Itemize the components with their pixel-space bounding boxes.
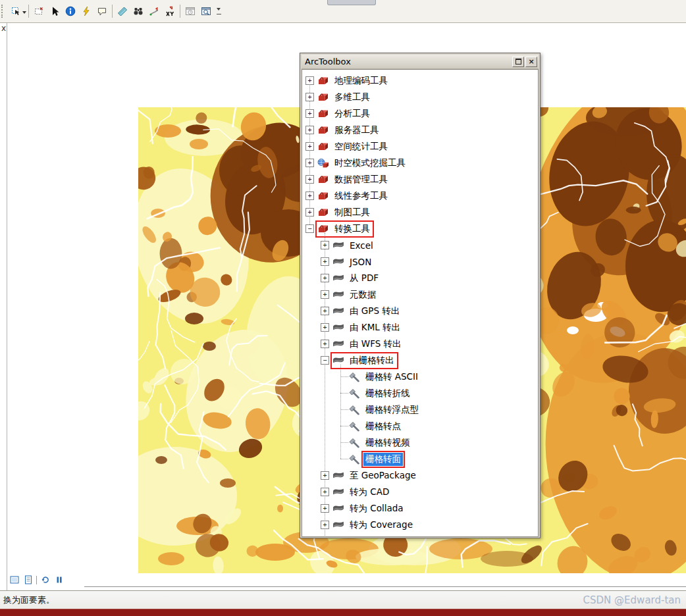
restore-icon bbox=[515, 59, 521, 64]
tree-item[interactable]: −由栅格转出 bbox=[302, 352, 538, 369]
expand-box-icon[interactable]: + bbox=[305, 93, 314, 101]
tree-item[interactable]: +地理编码工具 bbox=[302, 72, 538, 89]
expand-box-icon[interactable]: + bbox=[321, 241, 329, 249]
select-features-dropdown-arrow[interactable] bbox=[22, 11, 26, 16]
tree-item[interactable]: 栅格转点 bbox=[302, 418, 538, 434]
tree-item-label: 由 KML 转出 bbox=[348, 321, 402, 334]
find-route-button[interactable] bbox=[146, 3, 162, 19]
tree-item[interactable]: +Excel bbox=[302, 237, 538, 253]
tree-item[interactable]: +由 KML 转出 bbox=[302, 319, 538, 336]
toolbox-tree: +地理编码工具+多维工具+分析工具+服务器工具+空间统计工具+时空模式挖掘工具+… bbox=[302, 69, 539, 537]
expand-box-icon[interactable]: + bbox=[321, 274, 329, 282]
tree-item[interactable]: +转为 Collada bbox=[302, 500, 538, 517]
tree-item[interactable]: 栅格转面 bbox=[302, 451, 538, 467]
toolset-icon bbox=[332, 503, 344, 514]
go-to-xy-button[interactable] bbox=[162, 3, 178, 19]
tree-item[interactable]: +分析工具 bbox=[302, 105, 538, 122]
tree-item[interactable]: +服务器工具 bbox=[302, 122, 538, 138]
tree-item[interactable]: +线性参考工具 bbox=[302, 188, 538, 204]
toolbox-icon bbox=[317, 76, 329, 86]
select-features-button[interactable] bbox=[8, 3, 24, 19]
restore-button[interactable] bbox=[512, 57, 524, 67]
hyperlink-button[interactable] bbox=[78, 3, 94, 19]
tree-item[interactable]: +转为 dBASE bbox=[302, 533, 538, 537]
tree-item-label: 时空模式挖掘工具 bbox=[332, 157, 408, 170]
toolbox-icon bbox=[317, 174, 329, 185]
tree-item[interactable]: 栅格转浮点型 bbox=[302, 401, 538, 418]
tree-item[interactable]: 栅格转视频 bbox=[302, 434, 538, 451]
hammer-icon bbox=[348, 388, 360, 399]
expand-box-icon[interactable]: + bbox=[305, 109, 314, 118]
expand-box-icon[interactable]: + bbox=[321, 290, 329, 299]
select-elements-arrow-icon bbox=[49, 6, 60, 16]
tree-item[interactable]: +制图工具 bbox=[302, 204, 538, 220]
toolset-icon bbox=[332, 355, 344, 366]
select-elements-button[interactable] bbox=[47, 3, 63, 19]
tree-item[interactable]: 栅格转 ASCII bbox=[302, 369, 538, 385]
toolbox-icon bbox=[317, 207, 329, 218]
viewer-window-button[interactable] bbox=[198, 3, 214, 19]
tree-item[interactable]: +时空模式挖掘工具 bbox=[302, 155, 538, 171]
tree-item[interactable]: +数据管理工具 bbox=[302, 171, 538, 188]
expand-box-icon[interactable]: + bbox=[305, 126, 314, 134]
expand-box-icon[interactable]: + bbox=[305, 175, 314, 184]
expand-box-icon[interactable]: + bbox=[321, 257, 329, 266]
measure-button[interactable] bbox=[115, 3, 130, 19]
expand-box-icon[interactable]: + bbox=[305, 159, 314, 167]
tree-item-label: 转换工具 bbox=[332, 222, 372, 236]
refresh-button[interactable] bbox=[40, 575, 51, 585]
binoculars-icon bbox=[133, 6, 144, 16]
tree-item[interactable]: +转为 Coverage bbox=[302, 517, 538, 533]
toolset-icon bbox=[332, 290, 344, 300]
expand-box-icon[interactable]: + bbox=[321, 504, 329, 513]
expand-box-icon[interactable]: + bbox=[321, 307, 329, 315]
tree-item[interactable]: +多维工具 bbox=[302, 89, 538, 105]
pause-drawing-button[interactable] bbox=[53, 575, 65, 585]
toolbar-grip[interactable] bbox=[1, 5, 5, 18]
ruler-icon bbox=[117, 6, 128, 16]
html-popup-button[interactable] bbox=[94, 3, 110, 19]
tree-item[interactable]: +JSON bbox=[302, 253, 538, 270]
identify-button[interactable] bbox=[63, 3, 78, 19]
toolbox-icon bbox=[317, 224, 329, 234]
data-view-button[interactable] bbox=[9, 575, 20, 585]
tree-item[interactable]: +由 GPS 转出 bbox=[302, 303, 538, 319]
expand-box-icon[interactable]: + bbox=[321, 488, 329, 496]
time-slider-window-icon bbox=[185, 6, 196, 16]
expand-box-icon[interactable]: + bbox=[305, 192, 314, 200]
tree-item[interactable]: −转换工具 bbox=[302, 220, 538, 237]
lightning-icon bbox=[81, 6, 92, 16]
expand-box-icon[interactable]: + bbox=[305, 142, 314, 151]
panel-close-icon[interactable]: x bbox=[1, 24, 6, 33]
toolbar-options-button[interactable] bbox=[214, 8, 223, 15]
tree-item[interactable]: +元数据 bbox=[302, 286, 538, 303]
expand-box-icon[interactable]: + bbox=[305, 76, 314, 85]
expand-box-icon[interactable]: + bbox=[321, 471, 329, 480]
expand-box-icon[interactable]: + bbox=[321, 340, 329, 348]
tree-item[interactable]: +转为 CAD bbox=[302, 484, 538, 500]
tree-connector bbox=[340, 442, 348, 444]
tree-item[interactable]: +至 GeoPackage bbox=[302, 467, 538, 484]
expand-box-icon[interactable]: + bbox=[305, 208, 314, 217]
toolset-icon bbox=[332, 520, 344, 530]
expand-box-icon[interactable]: + bbox=[321, 323, 329, 332]
horizontal-scrollbar[interactable] bbox=[84, 586, 686, 587]
collapse-box-icon[interactable]: − bbox=[321, 356, 329, 365]
tree-item[interactable]: +由 WFS 转出 bbox=[302, 336, 538, 352]
close-button[interactable]: × bbox=[525, 57, 537, 67]
tree-item[interactable]: +从 PDF bbox=[302, 270, 538, 286]
layout-view-button[interactable] bbox=[22, 575, 34, 585]
collapse-box-icon[interactable]: − bbox=[305, 224, 314, 233]
time-slider-button[interactable] bbox=[182, 3, 198, 19]
expand-box-icon[interactable]: + bbox=[321, 521, 329, 529]
clear-selected-features-button[interactable] bbox=[31, 3, 47, 19]
tree-connector bbox=[340, 376, 348, 378]
tree-item[interactable]: 栅格转折线 bbox=[302, 385, 538, 401]
tree-item-label: 栅格转折线 bbox=[363, 387, 412, 400]
toolset-icon bbox=[332, 536, 344, 538]
tree-item[interactable]: +空间统计工具 bbox=[302, 138, 538, 155]
arctoolbox-titlebar[interactable]: ArcToolbox × bbox=[302, 55, 539, 69]
find-button[interactable] bbox=[130, 3, 146, 19]
tree-item-label: 栅格转面 bbox=[363, 453, 403, 466]
status-bar: 换为面要素。 CSDN @Edward-tan bbox=[0, 590, 686, 609]
